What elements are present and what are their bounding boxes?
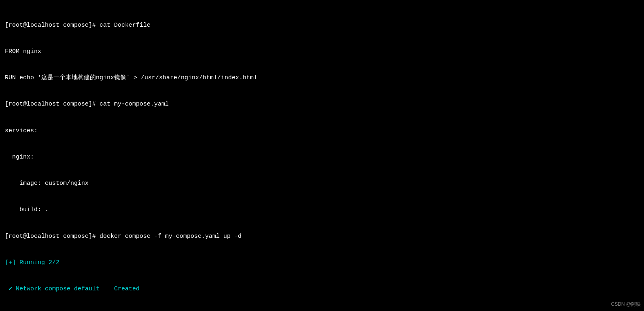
text: FROM nginx [5, 48, 41, 55]
line-6: nginx: [5, 153, 639, 162]
line-9: [root@localhost compose]# docker compose… [5, 232, 639, 241]
line-3: RUN echo '这是一个本地构建的nginx镜像' > /usr/share… [5, 74, 639, 83]
csdn-badge: CSDN @阿映 [611, 301, 641, 308]
text: image: custom/nginx [5, 180, 89, 187]
text: [root@localhost compose]# cat my-compose… [5, 101, 169, 108]
text: build: . [5, 206, 49, 213]
line-10: [+] Running 2/2 [5, 258, 639, 267]
text: RUN echo '这是一个本地构建的nginx镜像' > /usr/share… [5, 74, 257, 81]
line-7: image: custom/nginx [5, 179, 639, 188]
text: ✔ Network compose_default CREATEDCreated [5, 286, 140, 292]
text: [+] Running 2/2 [5, 259, 59, 266]
text: services: [5, 127, 38, 134]
line-4: [root@localhost compose]# cat my-compose… [5, 100, 639, 109]
text: [root@localhost compose]# docker compose… [5, 233, 241, 240]
text: nginx: [5, 154, 34, 161]
terminal: [root@localhost compose]# cat Dockerfile… [5, 3, 639, 311]
line-2: FROM nginx [5, 47, 639, 56]
line-1: [root@localhost compose]# cat Dockerfile [5, 21, 639, 30]
line-8: build: . [5, 205, 639, 214]
text: [root@localhost compose]# cat Dockerfile [5, 22, 150, 29]
line-11: ✔ Network compose_default CREATEDCreated [5, 285, 639, 294]
line-5: services: [5, 127, 639, 135]
